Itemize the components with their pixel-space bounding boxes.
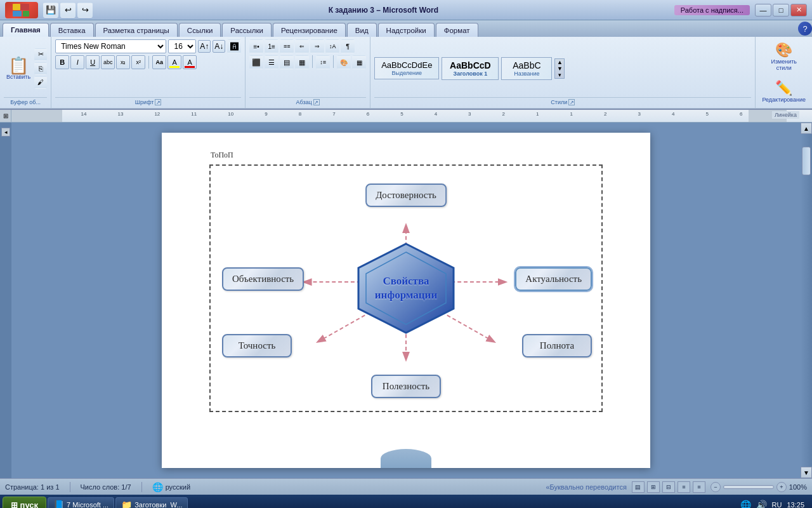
highlight-color-button[interactable]: A (167, 55, 181, 69)
bullets-button[interactable]: ≡• (249, 39, 263, 53)
styles-scroll-up[interactable]: ▲ ▼ ▾ (554, 58, 565, 79)
styles-dialog-button[interactable]: ↗ (568, 99, 575, 105)
view-print-button[interactable]: ▤ (632, 481, 645, 493)
align-center-button[interactable]: ☰ (265, 55, 278, 69)
style-title[interactable]: AaBbC Название (501, 57, 552, 80)
language-selector[interactable]: 🌐 русский (152, 482, 190, 492)
diagram-container[interactable]: ТоПоП (209, 164, 603, 412)
font-size-select[interactable]: 16 (168, 39, 196, 53)
view-draft-button[interactable]: ≡ (693, 481, 705, 493)
font-name-select[interactable]: Times New Roman (55, 39, 166, 53)
taskbar-word-button[interactable]: 📘 7 Microsoft ... (48, 497, 114, 508)
work-with-caption-tab[interactable]: Работа с надпися... (674, 5, 750, 15)
tab-layout[interactable]: Разметка страницы (95, 23, 178, 37)
svg-rect-3 (23, 11, 29, 17)
cut-button[interactable]: ✂ (34, 48, 47, 61)
zoom-control: − + 100% (710, 482, 807, 492)
left-sidebar: ◂ (0, 123, 11, 478)
show-marks-button[interactable]: ¶ (341, 39, 355, 53)
multilevel-button[interactable]: ≡≡ (280, 39, 294, 53)
tab-home[interactable]: Главная (3, 23, 49, 37)
clipboard-group: 📋 Вставить ✂ ⎘ 🖌 Буфер об... (0, 37, 51, 108)
italic-button[interactable]: I (70, 55, 84, 69)
style-heading1[interactable]: AaBbCcD Заголовок 1 (442, 57, 499, 80)
save-button[interactable]: 💾 (43, 3, 58, 18)
taskbar: ⊞ пуск 📘 7 Microsoft ... 📁 Заготовки_W..… (0, 495, 812, 508)
shrink-font-button[interactable]: A↓ (213, 40, 225, 53)
tab-format[interactable]: Формат (436, 23, 478, 37)
box-tochnost[interactable]: Точность (222, 334, 292, 358)
line-spacing-button[interactable]: ↕≡ (316, 55, 330, 69)
right-scrollbar[interactable]: ▲ ▼ (801, 123, 812, 478)
svg-rect-1 (20, 4, 29, 10)
font-color-button[interactable]: A (183, 55, 197, 69)
paragraph-dialog-button[interactable]: ↗ (313, 99, 320, 105)
sort-button[interactable]: ↕A (325, 39, 339, 53)
center-hex-text: Свойства информации (365, 274, 447, 302)
shading-button[interactable]: 🎨 (337, 55, 351, 69)
undo-button[interactable]: ↩ (60, 3, 75, 18)
increase-indent-button[interactable]: ⇒ (310, 39, 324, 53)
box-poleznost[interactable]: Полезность (371, 375, 441, 398)
start-button[interactable]: ⊞ пуск (3, 497, 46, 508)
box-aktualnost[interactable]: Актуальность (515, 267, 592, 291)
redo-button[interactable]: ↪ (77, 3, 93, 18)
copy-button[interactable]: ⎘ (34, 62, 47, 75)
box-dostovernost[interactable]: Достоверность (365, 184, 447, 207)
tab-addins[interactable]: Надстройки (378, 23, 435, 37)
view-buttons: ▤ ⊞ ⊟ ≡ ≡ (632, 481, 705, 493)
bold-button[interactable]: B (55, 55, 69, 69)
zoom-level: 100% (789, 483, 807, 491)
help-button[interactable]: ? (798, 22, 812, 36)
scrollbar-track[interactable] (801, 134, 812, 467)
minimize-button[interactable]: — (755, 4, 771, 17)
change-case-button[interactable]: Aa (152, 55, 166, 69)
clear-format-button[interactable]: 🅰 (227, 39, 241, 53)
zoom-out-button[interactable]: − (710, 482, 721, 492)
box-polnota[interactable]: Полнота (522, 334, 592, 358)
clipboard-label: Буфер об... (4, 97, 47, 105)
format-painter-button[interactable]: 🖌 (34, 76, 47, 89)
center-hexagon[interactable]: Свойства информации (352, 241, 460, 336)
align-left-button[interactable]: ⬛ (249, 55, 263, 69)
sep1 (148, 56, 149, 69)
box-objektivnost[interactable]: Объективность (222, 267, 304, 291)
view-full-button[interactable]: ⊞ (647, 481, 660, 493)
ruler-label[interactable]: Линейка (772, 111, 799, 119)
style-normal[interactable]: AaBbCcDdEe Выделение (374, 57, 439, 79)
statusbar: Страница: 1 из 1 Число слов: 1/7 🌐 русск… (0, 478, 812, 495)
font-dialog-button[interactable]: ↗ (155, 99, 161, 105)
taskbar-folder-button[interactable]: 📁 Заготовки_W... (115, 497, 188, 508)
numbering-button[interactable]: 1≡ (265, 39, 278, 53)
align-right-button[interactable]: ▤ (280, 55, 294, 69)
svg-rect-2 (13, 11, 22, 17)
scroll-down-button[interactable]: ▼ (801, 467, 812, 478)
scroll-up-button[interactable]: ▲ (801, 123, 812, 134)
justify-button[interactable]: ▦ (295, 55, 309, 69)
change-styles-button[interactable]: 🎨 Изменить стили (763, 39, 806, 74)
border-button[interactable]: ▦ (352, 55, 366, 69)
superscript-button[interactable]: x² (131, 55, 145, 69)
decrease-indent-button[interactable]: ⇐ (295, 39, 309, 53)
left-margin-button[interactable]: ◂ (1, 128, 10, 137)
scrollbar-thumb[interactable] (802, 147, 811, 175)
office-button[interactable] (5, 2, 38, 18)
edit-button[interactable]: ✏️ Редактирование (759, 77, 808, 105)
grow-font-button[interactable]: A↑ (198, 40, 211, 53)
tab-view[interactable]: Вид (347, 23, 377, 37)
view-web-button[interactable]: ⊟ (662, 481, 675, 493)
maximize-button[interactable]: □ (773, 4, 789, 17)
zoom-slider[interactable] (723, 485, 774, 489)
underline-button[interactable]: U (86, 55, 100, 69)
subscript-button[interactable]: x₂ (116, 55, 130, 69)
tab-insert[interactable]: Вставка (50, 23, 94, 37)
tab-links[interactable]: Ссылки (179, 23, 221, 37)
view-outline-button[interactable]: ≡ (678, 481, 690, 493)
zoom-in-button[interactable]: + (776, 482, 787, 492)
strikethrough-button[interactable]: abc (101, 55, 115, 69)
tab-review[interactable]: Рецензирование (273, 23, 346, 37)
close-button[interactable]: ✕ (790, 4, 807, 17)
tab-mailings[interactable]: Рассылки (222, 23, 272, 37)
ruler-corner-button[interactable]: ⊞ (0, 110, 11, 123)
paste-button[interactable]: 📋 Вставить (4, 56, 33, 81)
